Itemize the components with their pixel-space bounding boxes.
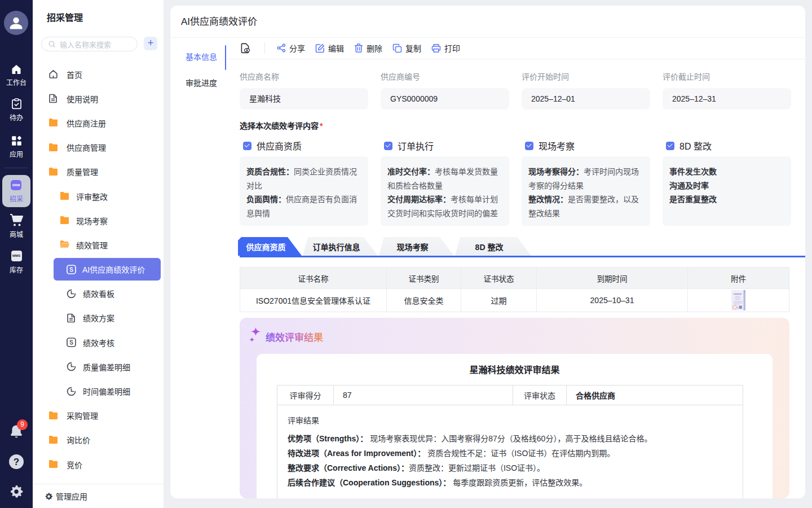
svg-text:?: ? [14,457,19,467]
